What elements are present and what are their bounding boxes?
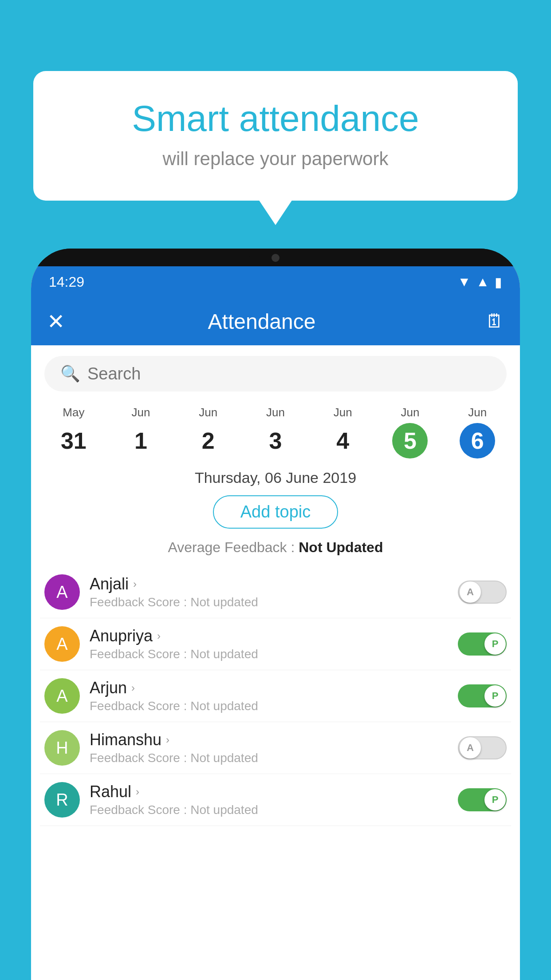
cal-date[interactable]: 5 bbox=[392, 423, 428, 458]
toggle-knob: A bbox=[460, 581, 481, 603]
feedback-score: Feedback Score : Not updated bbox=[90, 699, 448, 713]
chevron-icon: › bbox=[136, 786, 139, 798]
student-name: Anjali › bbox=[90, 575, 448, 593]
avg-feedback: Average Feedback : Not Updated bbox=[31, 539, 520, 556]
avatar: R bbox=[44, 782, 80, 818]
feedback-score: Feedback Score : Not updated bbox=[90, 647, 448, 661]
calendar-day[interactable]: Jun2 bbox=[174, 406, 242, 458]
search-bar[interactable]: 🔍 bbox=[44, 356, 507, 391]
calendar-day[interactable]: Jun6 bbox=[444, 406, 511, 458]
phone-top bbox=[31, 249, 520, 266]
close-button[interactable]: ✕ bbox=[47, 309, 65, 334]
feedback-score: Feedback Score : Not updated bbox=[90, 803, 448, 817]
cal-month: May bbox=[40, 406, 107, 419]
add-topic-button[interactable]: Add topic bbox=[213, 495, 338, 529]
avatar: H bbox=[44, 730, 80, 766]
speech-bubble: Smart attendance will replace your paper… bbox=[33, 71, 518, 201]
speech-bubble-title: Smart attendance bbox=[69, 98, 482, 139]
student-item[interactable]: AArjun ›Feedback Score : Not updatedP bbox=[40, 670, 511, 722]
attendance-toggle[interactable]: P bbox=[458, 684, 507, 707]
cal-month: Jun bbox=[377, 406, 444, 419]
cal-date[interactable]: 31 bbox=[56, 423, 91, 458]
feedback-score: Feedback Score : Not updated bbox=[90, 595, 448, 609]
calendar-icon[interactable]: 🗓 bbox=[485, 311, 504, 332]
chevron-icon: › bbox=[157, 630, 161, 642]
avatar: A bbox=[44, 626, 80, 662]
toggle-knob: P bbox=[484, 685, 506, 707]
calendar-day[interactable]: Jun4 bbox=[309, 406, 377, 458]
student-info: Anjali ›Feedback Score : Not updated bbox=[90, 575, 448, 609]
attendance-toggle[interactable]: P bbox=[458, 788, 507, 811]
avatar: A bbox=[44, 574, 80, 610]
toggle-knob: A bbox=[460, 737, 481, 759]
camera bbox=[272, 254, 279, 262]
search-icon: 🔍 bbox=[60, 364, 80, 383]
cal-date[interactable]: 1 bbox=[123, 423, 159, 458]
status-icons: ▼ ▲ ▮ bbox=[458, 274, 502, 290]
student-name: Rahul › bbox=[90, 782, 448, 801]
avatar: A bbox=[44, 678, 80, 714]
cal-month: Jun bbox=[444, 406, 511, 419]
cal-month: Jun bbox=[309, 406, 377, 419]
signal-icon: ▲ bbox=[476, 274, 489, 289]
attendance-toggle[interactable]: A bbox=[458, 736, 507, 759]
phone-frame: 14:29 ▼ ▲ ▮ ✕ Attendance 🗓 🔍 May31Jun1Ju… bbox=[31, 249, 520, 980]
cal-month: Jun bbox=[174, 406, 242, 419]
avg-feedback-value: Not Updated bbox=[299, 539, 383, 555]
toggle-knob: P bbox=[484, 789, 506, 810]
calendar-day[interactable]: Jun5 bbox=[377, 406, 444, 458]
calendar-day[interactable]: May31 bbox=[40, 406, 107, 458]
feedback-score: Feedback Score : Not updated bbox=[90, 751, 448, 765]
student-info: Anupriya ›Feedback Score : Not updated bbox=[90, 627, 448, 661]
app-bar: ✕ Attendance 🗓 bbox=[31, 297, 520, 345]
notch bbox=[249, 249, 302, 265]
toggle-knob: P bbox=[484, 633, 506, 655]
cal-date[interactable]: 3 bbox=[258, 423, 293, 458]
chevron-icon: › bbox=[166, 734, 169, 746]
calendar-row: May31Jun1Jun2Jun3Jun4Jun5Jun6 bbox=[31, 399, 520, 462]
battery-icon: ▮ bbox=[495, 274, 502, 290]
attendance-toggle[interactable]: P bbox=[458, 632, 507, 656]
student-item[interactable]: AAnjali ›Feedback Score : Not updatedA bbox=[40, 566, 511, 618]
student-info: Arjun ›Feedback Score : Not updated bbox=[90, 679, 448, 713]
student-list: AAnjali ›Feedback Score : Not updatedAAA… bbox=[31, 566, 520, 826]
attendance-toggle[interactable]: A bbox=[458, 581, 507, 604]
student-info: Rahul ›Feedback Score : Not updated bbox=[90, 782, 448, 817]
calendar-day[interactable]: Jun3 bbox=[242, 406, 309, 458]
date-label: Thursday, 06 June 2019 bbox=[31, 469, 520, 486]
speech-bubble-subtitle: will replace your paperwork bbox=[69, 148, 482, 170]
chevron-icon: › bbox=[133, 578, 137, 590]
cal-date[interactable]: 2 bbox=[190, 423, 226, 458]
cal-date[interactable]: 6 bbox=[460, 423, 495, 458]
student-item[interactable]: HHimanshu ›Feedback Score : Not updatedA bbox=[40, 722, 511, 774]
chevron-icon: › bbox=[131, 682, 135, 694]
cal-date[interactable]: 4 bbox=[325, 423, 361, 458]
cal-month: Jun bbox=[107, 406, 175, 419]
student-name: Himanshu › bbox=[90, 731, 448, 749]
calendar-day[interactable]: Jun1 bbox=[107, 406, 175, 458]
wifi-icon: ▼ bbox=[458, 274, 471, 289]
avg-feedback-label: Average Feedback : bbox=[168, 539, 299, 555]
student-item[interactable]: AAnupriya ›Feedback Score : Not updatedP bbox=[40, 618, 511, 670]
search-input[interactable] bbox=[87, 364, 491, 383]
phone-screen: 14:29 ▼ ▲ ▮ ✕ Attendance 🗓 🔍 May31Jun1Ju… bbox=[31, 266, 520, 980]
status-bar: 14:29 ▼ ▲ ▮ bbox=[31, 266, 520, 297]
app-title: Attendance bbox=[78, 309, 445, 334]
student-info: Himanshu ›Feedback Score : Not updated bbox=[90, 731, 448, 765]
student-item[interactable]: RRahul ›Feedback Score : Not updatedP bbox=[40, 774, 511, 826]
student-name: Anupriya › bbox=[90, 627, 448, 645]
cal-month: Jun bbox=[242, 406, 309, 419]
student-name: Arjun › bbox=[90, 679, 448, 697]
status-time: 14:29 bbox=[49, 274, 84, 290]
